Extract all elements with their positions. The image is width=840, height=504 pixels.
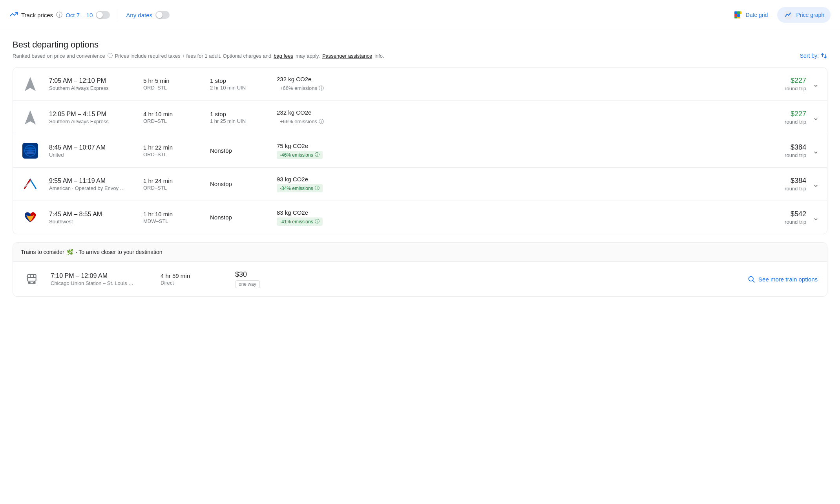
- bag-fees-link[interactable]: bag fees: [274, 53, 293, 59]
- flight-departure-arrival: 7:45 AM – 8:55 AM: [49, 211, 128, 218]
- flight-airline: Southwest: [49, 219, 128, 225]
- track-prices-date-range[interactable]: Oct 7 – 10: [66, 12, 93, 18]
- flight-duration: 4 hr 10 min ORD–STL: [143, 111, 194, 124]
- train-icon: [22, 270, 41, 289]
- info-text: info.: [374, 53, 384, 59]
- track-prices-label: Track prices: [21, 12, 53, 18]
- co2-value: 75 kg CO2e: [277, 142, 343, 149]
- flight-emissions: 93 kg CO2e -34% emissions ⓘ: [277, 176, 343, 192]
- flight-emissions: 75 kg CO2e -46% emissions ⓘ: [277, 142, 343, 159]
- flight-stops: Nonstop: [210, 214, 261, 221]
- flight-price: $542 round trip: [785, 210, 806, 225]
- svg-point-19: [749, 276, 753, 281]
- expand-button[interactable]: ⌄: [813, 213, 819, 222]
- flight-emissions: 83 kg CO2e -41% emissions ⓘ: [277, 209, 343, 226]
- flight-duration: 1 hr 22 min ORD–STL: [143, 144, 194, 157]
- svg-marker-8: [25, 77, 36, 91]
- trains-header: Trains to consider 🌿 · To arrive closer …: [13, 243, 827, 262]
- expand-button[interactable]: ⌄: [813, 179, 819, 189]
- flight-times: 9:55 AM – 11:19 AM American · Operated b…: [49, 177, 128, 191]
- date-grid-button[interactable]: Date grid: [727, 7, 774, 23]
- flight-departure-arrival: 12:05 PM – 4:15 PM: [49, 111, 128, 118]
- train-price-section: $30 one way: [235, 270, 274, 288]
- price-value: $384: [785, 143, 806, 152]
- prices-note: Prices include required taxes + fees for…: [115, 53, 272, 59]
- table-row[interactable]: 12:05 PM – 4:15 PM Southern Airways Expr…: [13, 101, 827, 134]
- american-airlines-logo: [22, 176, 38, 192]
- flight-route: ORD–STL: [143, 152, 194, 157]
- date-grid-label: Date grid: [746, 12, 768, 18]
- price-note: round trip: [785, 186, 806, 192]
- flight-route: ORD–STL: [143, 185, 194, 191]
- section-subtitle: Ranked based on price and convenience ⓘ …: [13, 52, 827, 59]
- price-value: $542: [785, 210, 806, 218]
- svg-point-18: [33, 282, 35, 283]
- svg-rect-0: [734, 11, 737, 14]
- svg-rect-3: [734, 14, 737, 17]
- flight-times: 12:05 PM – 4:15 PM Southern Airways Expr…: [49, 111, 128, 124]
- expand-button[interactable]: ⌄: [813, 79, 819, 89]
- price-graph-label: Price graph: [796, 12, 824, 18]
- emissions-info-icon: ⓘ: [315, 185, 320, 192]
- emissions-badge: +66% emissions ⓘ: [277, 117, 327, 126]
- train-transport-icon: [26, 273, 38, 285]
- co2-value: 232 kg CO2e: [277, 109, 343, 116]
- search-icon: [747, 275, 755, 283]
- duration-value: 1 hr 10 min: [143, 211, 194, 217]
- table-row[interactable]: 9:55 AM – 11:19 AM American · Operated b…: [13, 168, 827, 201]
- top-bar-right: Date grid Price graph: [727, 7, 831, 23]
- table-row[interactable]: 7:45 AM – 8:55 AM Southwest 1 hr 10 min …: [13, 201, 827, 234]
- flight-times: 8:45 AM – 10:07 AM United: [49, 144, 128, 158]
- trains-header-label: Trains to consider: [21, 249, 64, 255]
- svg-rect-6: [737, 17, 740, 18]
- flight-route: ORD–STL: [143, 118, 194, 124]
- co2-value: 83 kg CO2e: [277, 209, 343, 216]
- sort-by-button[interactable]: Sort by:: [800, 52, 827, 59]
- price-graph-button[interactable]: Price graph: [777, 7, 831, 23]
- flight-times: 7:05 AM – 12:10 PM Southern Airways Expr…: [49, 77, 128, 91]
- flight-emissions: 232 kg CO2e +66% emissions ⓘ: [277, 76, 343, 93]
- flight-duration: 5 hr 5 min ORD–STL: [143, 77, 194, 91]
- flight-stops: 1 stop 1 hr 25 min UIN: [210, 111, 261, 124]
- track-prices-info-icon[interactable]: ⓘ: [56, 11, 62, 19]
- any-dates-label: Any dates: [126, 12, 152, 18]
- stops-value: 1 stop: [210, 111, 261, 117]
- top-bar: Track prices ⓘ Oct 7 – 10 Any dates Date…: [0, 0, 840, 30]
- any-dates-toggle[interactable]: [155, 11, 170, 19]
- flight-airline: American · Operated by Envoy Air as Amer…: [49, 185, 128, 191]
- emissions-info-icon: ⓘ: [315, 218, 320, 225]
- stops-value: Nonstop: [210, 147, 261, 154]
- passenger-assistance-link[interactable]: Passenger assistance: [322, 53, 372, 59]
- expand-button[interactable]: ⌄: [813, 113, 819, 122]
- flight-departure-arrival: 7:05 AM – 12:10 PM: [49, 77, 128, 84]
- emissions-badge: -41% emissions ⓘ: [277, 217, 323, 226]
- train-price-badge: one way: [235, 280, 260, 288]
- emissions-badge: +66% emissions ⓘ: [277, 84, 327, 93]
- info-circle-icon: ⓘ: [108, 52, 113, 59]
- expand-button[interactable]: ⌄: [813, 146, 819, 155]
- track-prices-toggle[interactable]: [96, 11, 110, 19]
- price-note: round trip: [785, 219, 806, 225]
- see-more-trains-button[interactable]: See more train options: [747, 275, 818, 283]
- date-grid-icon: [733, 10, 743, 20]
- see-more-trains-label: See more train options: [758, 276, 818, 283]
- table-row[interactable]: 8:45 AM – 10:07 AM United 1 hr 22 min OR…: [13, 134, 827, 168]
- flight-route: ORD–STL: [143, 85, 194, 91]
- duration-value: 4 hr 10 min: [143, 111, 194, 117]
- flight-price: $227 round trip: [785, 110, 806, 125]
- flight-departure-arrival: 8:45 AM – 10:07 AM: [49, 144, 128, 151]
- flight-stops: Nonstop: [210, 147, 261, 155]
- list-item[interactable]: 7:10 PM – 12:09 AM Chicago Union Station…: [13, 262, 827, 296]
- emissions-info-icon: ⓘ: [319, 118, 324, 125]
- train-duration-value: 4 hr 59 min: [161, 272, 212, 279]
- stops-value: Nonstop: [210, 181, 261, 187]
- table-row[interactable]: 7:05 AM – 12:10 PM Southern Airways Expr…: [13, 68, 827, 101]
- price-note: round trip: [785, 86, 806, 91]
- southern-airways-logo-2: [23, 110, 37, 125]
- train-duration: 4 hr 59 min Direct: [161, 272, 212, 286]
- svg-rect-5: [734, 17, 737, 18]
- emissions-info-icon: ⓘ: [319, 85, 324, 92]
- airline-logo: [21, 75, 40, 93]
- flight-price: $384 round trip: [785, 177, 806, 192]
- airline-logo: [21, 175, 40, 194]
